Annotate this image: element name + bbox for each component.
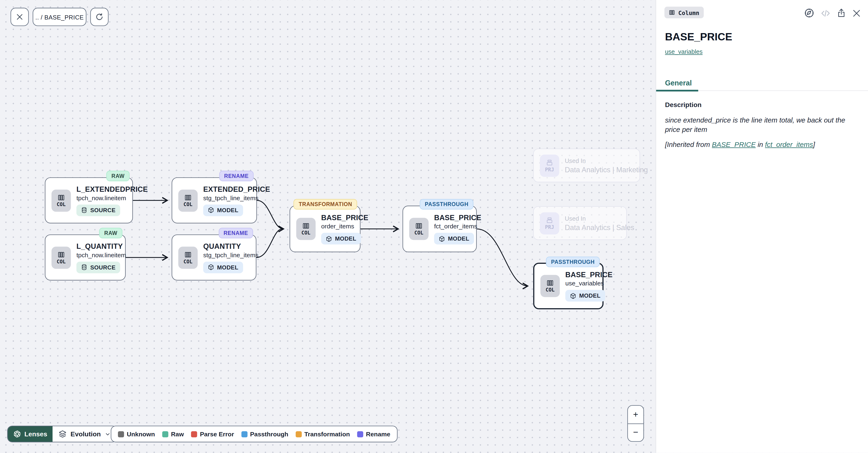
ghost-node-label: Used In — [565, 157, 586, 164]
legend-label: Parse Error — [200, 431, 234, 437]
model-link[interactable]: use_variables — [665, 48, 703, 55]
column-type-box: COL — [409, 218, 429, 240]
compass-icon — [804, 8, 814, 18]
model-cube-icon — [208, 264, 214, 271]
node-subtitle: stg_tpch_line_items — [203, 194, 259, 201]
node-l-extendedprice[interactable]: RAW COL L_EXTENDEDPRICE tpch_now.lineite… — [45, 177, 133, 223]
lenses-control: Lenses Evolution — [7, 426, 118, 443]
refresh-button[interactable] — [90, 8, 108, 26]
kind-badge: MODEL — [321, 233, 361, 245]
kind-badge: MODEL — [203, 261, 243, 273]
breadcrumb[interactable]: .. / BASE_PRICE — [33, 8, 86, 26]
kind-label: SOURCE — [90, 264, 116, 270]
legend-label: Transformation — [304, 431, 350, 437]
legend-item: Rename — [357, 431, 391, 437]
close-panel-button[interactable] — [852, 9, 861, 18]
node-title: EXTENDED_PRICE — [203, 185, 270, 193]
column-type-label: COL — [302, 230, 310, 236]
column-type-label: COL — [184, 259, 192, 264]
node-title: L_EXTENDEDPRICE — [76, 185, 148, 193]
evolution-badge: RENAME — [219, 228, 253, 238]
inherited-note: [Inherited from BASE_PRICE in fct_order_… — [665, 141, 858, 148]
node-subtitle: tpch_now.lineitem — [76, 251, 126, 258]
model-cube-icon — [570, 292, 576, 299]
column-icon — [302, 222, 310, 230]
model-cube-icon — [326, 235, 332, 242]
node-l-quantity[interactable]: RAW COL L_QUANTITY tpch_now.lineitem SOU… — [45, 234, 126, 281]
evolution-badge: RENAME — [219, 171, 254, 181]
node-title: BASE_PRICE — [321, 214, 368, 222]
share-button[interactable] — [837, 8, 846, 18]
inherited-suffix: ] — [813, 141, 815, 148]
breadcrumb-label: .. / BASE_PRICE — [35, 13, 84, 20]
node-base-price-order-items[interactable]: TRANSFORMATION COL BASE_PRICE order_item… — [289, 206, 361, 252]
node-title: L_QUANTITY — [76, 242, 123, 250]
legend-item: Raw — [162, 431, 184, 437]
project-type-label: PRJ — [545, 167, 554, 172]
node-title: QUANTITY — [203, 242, 241, 250]
zoom-in-button[interactable]: + — [628, 406, 643, 423]
column-icon — [184, 194, 192, 201]
node-base-price-use-variables-selected[interactable]: PASSTHROUGH COL BASE_PRICE use_variables… — [533, 263, 603, 309]
inherited-model-link[interactable]: fct_order_items — [765, 141, 813, 148]
column-type-label: COL — [414, 230, 423, 236]
node-quantity[interactable]: RENAME COL QUANTITY stg_tpch_line_items … — [172, 234, 256, 281]
legend-label: Rename — [366, 431, 391, 437]
legend-swatch-raw — [162, 431, 168, 437]
lens-mode-label: Evolution — [70, 430, 101, 438]
close-lineage-button[interactable] — [10, 8, 29, 26]
project-icon — [546, 159, 553, 166]
ghost-node-name: Data Analytics | Marketing — [565, 166, 648, 174]
zoom-controls: + − — [627, 405, 644, 442]
lenses-label: Lenses — [24, 430, 48, 438]
node-base-price-fct-order-items[interactable]: PASSTHROUGH COL BASE_PRICE fct_order_ite… — [403, 206, 477, 252]
node-subtitle: order_items — [321, 223, 354, 229]
tab-general[interactable]: General — [665, 74, 692, 91]
column-type-box: COL — [296, 218, 316, 240]
kind-badge: SOURCE — [76, 261, 120, 273]
view-code-button[interactable] — [820, 8, 831, 18]
node-extended-price[interactable]: RENAME COL EXTENDED_PRICE stg_tpch_line_… — [172, 177, 257, 223]
lenses-button[interactable]: Lenses — [8, 426, 53, 442]
node-subtitle: fct_order_items — [434, 223, 477, 229]
node-subtitle: use_variables — [565, 280, 604, 287]
model-cube-icon — [438, 235, 445, 242]
inherited-prefix: [Inherited from — [665, 141, 712, 148]
panel-actions — [804, 8, 861, 18]
column-type-label: COL — [57, 259, 66, 264]
kind-label: MODEL — [217, 264, 239, 270]
ghost-node-used-in-sales[interactable]: PRJ Used In Data Analytics | Sales — [533, 206, 627, 240]
kind-badge: MODEL — [434, 233, 474, 245]
description-heading: Description — [665, 101, 702, 109]
lens-mode-dropdown[interactable]: Evolution — [53, 426, 117, 442]
ghost-node-used-in-marketing[interactable]: PRJ Used In Data Analytics | Marketing — [533, 148, 640, 182]
legend-swatch-passthrough — [241, 431, 247, 437]
kind-label: SOURCE — [90, 207, 116, 213]
legend-swatch-parse-error — [191, 431, 197, 437]
kind-label: MODEL — [335, 236, 356, 242]
project-type-box: PRJ — [540, 154, 559, 176]
kind-badge: MODEL — [203, 204, 243, 216]
legend-item: Passthrough — [241, 431, 288, 437]
code-icon — [820, 8, 831, 18]
inherited-column-link[interactable]: BASE_PRICE — [712, 141, 756, 148]
close-icon — [852, 9, 861, 18]
explore-compass-button[interactable] — [804, 8, 814, 18]
database-icon — [81, 207, 88, 214]
panel-title: BASE_PRICE — [665, 31, 732, 43]
layers-icon — [59, 430, 67, 438]
kind-label: MODEL — [448, 236, 469, 242]
legend-item: Unknown — [118, 431, 155, 437]
legend-item: Transformation — [296, 431, 350, 437]
description-body: since extended_price is the line item to… — [665, 116, 858, 135]
legend-item: Parse Error — [191, 431, 234, 437]
evolution-badge: PASSTHROUGH — [546, 257, 600, 267]
column-type-box: COL — [178, 247, 198, 268]
zoom-out-button[interactable]: − — [628, 423, 643, 441]
kind-label: MODEL — [217, 207, 239, 213]
project-icon — [546, 217, 553, 224]
entity-type-label: Column — [678, 9, 700, 16]
aperture-icon — [13, 430, 21, 438]
column-type-box: COL — [540, 275, 560, 297]
column-icon — [415, 222, 423, 230]
